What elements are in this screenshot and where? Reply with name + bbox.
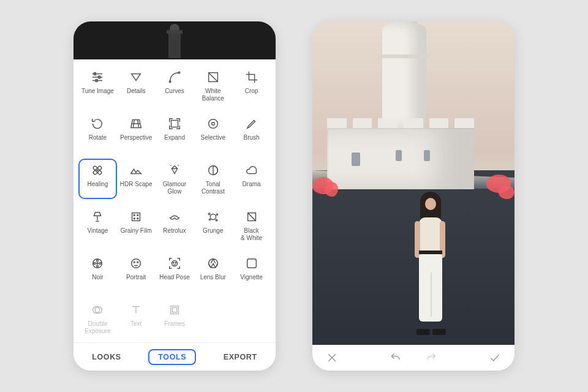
tool-text[interactable]: Text bbox=[117, 298, 156, 339]
tool-brush[interactable]: Brush bbox=[232, 112, 271, 153]
text-icon bbox=[128, 302, 144, 318]
tool-grainy-film[interactable]: Grainy Film bbox=[117, 205, 156, 246]
healing-mark[interactable] bbox=[499, 186, 514, 199]
tool-head-pose[interactable]: Head Pose bbox=[156, 252, 194, 292]
frame-icon bbox=[167, 302, 183, 318]
tools-grid-container: Tune ImageDetailsCurvesWhite BalanceCrop… bbox=[74, 59, 276, 342]
tool-label: Vintage bbox=[88, 227, 108, 235]
tool-label: Noir bbox=[92, 274, 103, 281]
healing-action-bar bbox=[312, 345, 514, 371]
mountains-icon bbox=[128, 162, 144, 178]
diamond-sparkle-icon bbox=[167, 162, 183, 178]
cancel-button[interactable] bbox=[323, 349, 341, 366]
tool-label: Perspective bbox=[120, 134, 152, 141]
tool-label: Frames bbox=[164, 320, 185, 328]
tool-portrait[interactable]: Portrait bbox=[117, 252, 156, 292]
tool-rotate[interactable]: Rotate bbox=[78, 112, 117, 153]
reel-icon bbox=[89, 255, 105, 271]
tool-glamour-glow[interactable]: Glamour Glow bbox=[156, 159, 194, 199]
tool-label: Selective bbox=[201, 134, 226, 141]
tool-label: Glamour Glow bbox=[163, 181, 186, 195]
tool-label: Retrolux bbox=[163, 227, 186, 235]
wb-icon bbox=[205, 69, 221, 85]
tool-tonal-contrast[interactable]: Tonal Contrast bbox=[194, 159, 232, 199]
mustache-icon bbox=[167, 209, 183, 225]
tool-label: Lens Blur bbox=[200, 274, 226, 281]
tool-crop[interactable]: Crop bbox=[232, 66, 271, 106]
tool-label: Rotate bbox=[89, 134, 107, 141]
photo-subject-person bbox=[412, 192, 448, 333]
tool-label: Black & White bbox=[241, 227, 262, 241]
half-circle-icon bbox=[205, 162, 221, 178]
tools-grid: Tune ImageDetailsCurvesWhite BalanceCrop… bbox=[74, 59, 276, 339]
tool-drama[interactable]: Drama bbox=[232, 159, 271, 199]
tool-label: Curves bbox=[165, 88, 184, 95]
tool-hdr-scape[interactable]: HDR Scape bbox=[117, 159, 156, 199]
tool-noir[interactable]: Noir bbox=[78, 252, 117, 292]
tab-export[interactable]: EXPORT bbox=[214, 349, 267, 365]
check-icon bbox=[489, 352, 501, 364]
rotate-icon bbox=[89, 116, 105, 132]
tool-label: Healing bbox=[87, 181, 108, 188]
tool-label: Crop bbox=[245, 88, 258, 95]
bottom-tab-bar: LOOKS TOOLS EXPORT bbox=[74, 342, 276, 371]
triangle-down-icon bbox=[128, 69, 144, 85]
tool-curves[interactable]: Curves bbox=[156, 66, 194, 106]
tool-label: Text bbox=[130, 320, 141, 328]
photo-thumbnail bbox=[164, 23, 185, 58]
tool-black-white[interactable]: Black & White bbox=[232, 205, 271, 246]
undo-icon bbox=[390, 352, 402, 364]
tool-label: Grunge bbox=[203, 227, 223, 235]
tool-lens-blur[interactable]: Lens Blur bbox=[194, 252, 232, 292]
photo-preview-strip bbox=[74, 21, 276, 59]
tool-label: Drama bbox=[243, 181, 261, 188]
tool-double-exposure[interactable]: Double Exposure bbox=[78, 298, 117, 339]
redo-button[interactable] bbox=[423, 349, 440, 366]
healing-mark[interactable] bbox=[325, 182, 338, 197]
tool-white-balance[interactable]: White Balance bbox=[194, 66, 232, 106]
tool-perspective[interactable]: Perspective bbox=[117, 112, 156, 153]
tool-label: Expand bbox=[164, 134, 185, 141]
photo-canvas[interactable] bbox=[312, 21, 514, 345]
tab-looks[interactable]: LOOKS bbox=[82, 349, 130, 365]
tool-frames[interactable]: Frames bbox=[156, 298, 194, 339]
tab-tools[interactable]: TOOLS bbox=[148, 349, 196, 365]
tool-label: Vignette bbox=[240, 274, 263, 281]
close-icon bbox=[326, 352, 338, 364]
bw-icon bbox=[244, 209, 260, 225]
sliders-icon bbox=[89, 69, 105, 85]
apply-button[interactable] bbox=[486, 349, 503, 366]
undo-button[interactable] bbox=[387, 349, 404, 366]
phone-healing-editor bbox=[312, 21, 514, 371]
tool-label: Grainy Film bbox=[121, 227, 152, 235]
tool-grunge[interactable]: Grunge bbox=[194, 205, 232, 246]
tool-label: White Balance bbox=[202, 88, 224, 102]
expand-icon bbox=[167, 116, 183, 132]
splatter-icon bbox=[205, 209, 221, 225]
tool-label: Tune Image bbox=[81, 88, 114, 95]
tool-details[interactable]: Details bbox=[117, 66, 156, 106]
curve-icon bbox=[167, 69, 183, 85]
phone-tools-panel: Tune ImageDetailsCurvesWhite BalanceCrop… bbox=[74, 21, 276, 371]
tool-label: Double Exposure bbox=[85, 320, 110, 334]
tool-label: Details bbox=[127, 88, 146, 95]
tool-retrolux[interactable]: Retrolux bbox=[156, 205, 194, 246]
lamp-icon bbox=[89, 209, 105, 225]
face-icon bbox=[128, 255, 144, 271]
tool-selective[interactable]: Selective bbox=[194, 112, 232, 153]
tool-expand[interactable]: Expand bbox=[156, 112, 194, 153]
tool-vintage[interactable]: Vintage bbox=[78, 205, 117, 246]
tool-tune-image[interactable]: Tune Image bbox=[78, 66, 117, 106]
brush-icon bbox=[244, 116, 260, 132]
perspective-icon bbox=[128, 116, 144, 132]
aperture-icon bbox=[205, 255, 221, 271]
photo-subject-building bbox=[327, 61, 474, 189]
tool-vignette[interactable]: Vignette bbox=[232, 252, 271, 292]
bandage-icon bbox=[89, 162, 105, 178]
tool-label: Head Pose bbox=[159, 274, 189, 281]
tool-healing[interactable]: Healing bbox=[78, 159, 117, 199]
film-icon bbox=[128, 209, 144, 225]
tool-label: Brush bbox=[244, 134, 260, 141]
tool-label: HDR Scape bbox=[120, 181, 153, 188]
tool-label: Portrait bbox=[126, 274, 146, 281]
